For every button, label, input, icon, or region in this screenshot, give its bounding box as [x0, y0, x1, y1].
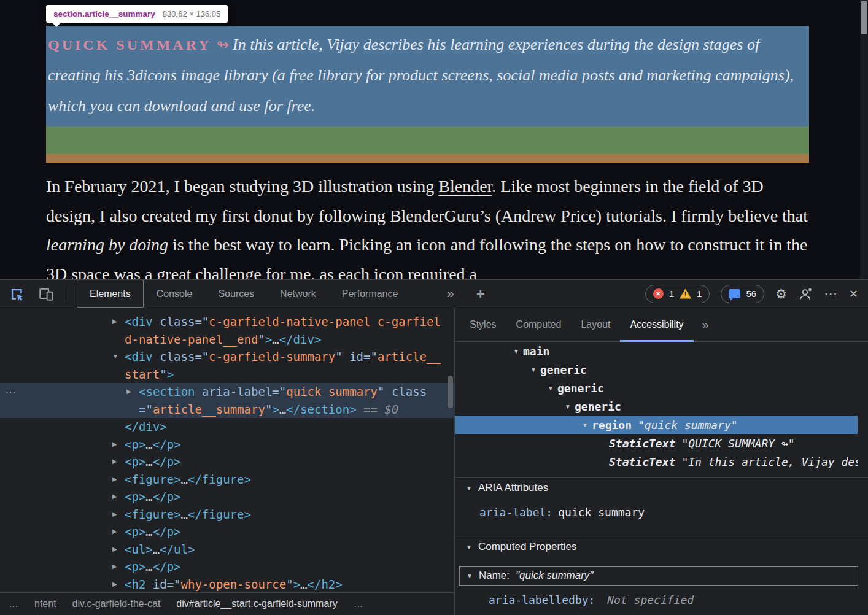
tab-console[interactable]: Console: [144, 280, 206, 308]
tab-network[interactable]: Network: [267, 280, 329, 308]
a11y-tree-node[interactable]: ▼generic: [455, 397, 858, 416]
dom-node[interactable]: …▶<section aria-label="quick summary" cl…: [0, 383, 454, 418]
article-link[interactable]: BlenderGuru: [390, 206, 479, 225]
computed-properties-header[interactable]: ▼ Computed Properties: [455, 536, 868, 557]
feedback-person-icon[interactable]: [798, 287, 813, 301]
dom-node[interactable]: ▼<div class="c-garfield-summary" id="art…: [0, 348, 454, 383]
code-token: [145, 578, 152, 591]
elements-sidebar: StylesComputedLayoutAccessibility» ▼main…: [455, 308, 868, 615]
a11y-tree-node[interactable]: StaticText"In this article, Vijay descri…: [455, 452, 858, 471]
code-token: …: [145, 525, 152, 538]
code-token: …: [272, 333, 279, 346]
aria-attribute-name: aria-label:: [479, 506, 552, 519]
node-menu-dots[interactable]: …: [5, 381, 16, 398]
collapse-arrow-icon[interactable]: ▼: [582, 422, 588, 428]
a11y-value: "quick summary": [638, 419, 738, 431]
expand-arrow-icon[interactable]: ▶: [126, 383, 136, 401]
name-label: Name:: [479, 570, 510, 582]
inspect-element-icon[interactable]: [9, 286, 25, 302]
a11y-tree-node[interactable]: ▼main: [455, 342, 858, 360]
tab-sources[interactable]: Sources: [205, 280, 267, 308]
breadcrumb-item[interactable]: div#article__start.c-garfield-summary: [176, 598, 337, 609]
a11y-tree-node[interactable]: ▼generic: [455, 360, 858, 379]
errors-warnings-badge[interactable]: ✕ 1 ! 1: [645, 285, 710, 303]
expand-arrow-icon[interactable]: ▶: [112, 313, 122, 331]
expand-arrow-icon[interactable]: ▶: [112, 576, 122, 593]
dom-node[interactable]: ▶<p>…</p>: [0, 558, 454, 576]
a11y-value: "In this article, Vijay describes: [681, 455, 858, 468]
collapse-arrow-icon[interactable]: ▼: [530, 366, 537, 373]
dom-node[interactable]: ▶<p>…</p>: [0, 436, 454, 454]
a11y-tree-node[interactable]: StaticText"QUICK SUMMARY ↬": [455, 434, 858, 452]
code-token: =": [195, 350, 209, 363]
device-toolbar-icon[interactable]: [38, 286, 54, 302]
dom-node[interactable]: ▶<ul>…</ul>: [0, 541, 454, 559]
aria-labelledby-name: aria-labelledby:: [489, 594, 595, 606]
code-token: </p>: [153, 438, 181, 451]
expand-arrow-icon[interactable]: ▶: [112, 471, 122, 489]
a11y-role: generic: [540, 363, 587, 376]
page-scrollbar-thumb[interactable]: [861, 1, 867, 34]
code-token: </figure>: [188, 473, 251, 486]
dom-node[interactable]: ▶<figure>…</figure>: [0, 471, 454, 489]
code-token: aria-label: [202, 385, 272, 398]
dom-node[interactable]: ▶<p>…</p>: [0, 523, 454, 541]
a11y-tree-node[interactable]: ▼region"quick summary": [455, 416, 858, 434]
dom-node[interactable]: ▶<div class="c-garfield-native-panel c-g…: [0, 313, 454, 348]
sidebar-tab-accessibility[interactable]: Accessibility: [620, 308, 693, 342]
code-token: </div>: [279, 333, 322, 346]
add-tab-icon[interactable]: +: [476, 285, 485, 303]
code-token: </figure>: [188, 508, 251, 521]
dom-node[interactable]: ▶<figure>…</figure>: [0, 506, 454, 524]
article-link[interactable]: created my first donut: [142, 206, 293, 225]
sidebar-tab-computed[interactable]: Computed: [506, 308, 572, 342]
dom-node[interactable]: ▶<p>…</p>: [0, 453, 454, 471]
tab-elements[interactable]: Elements: [77, 280, 144, 308]
code-token: c-garfield-summary: [209, 350, 335, 363]
expand-arrow-icon[interactable]: ▶: [112, 523, 122, 541]
dom-node[interactable]: ▶<p>…</p>: [0, 488, 454, 506]
article-link[interactable]: Blender: [438, 177, 492, 196]
collapse-arrow-icon[interactable]: ▼: [513, 348, 519, 355]
elements-scrollbar-thumb[interactable]: [448, 376, 453, 408]
sidebar-tab-layout[interactable]: Layout: [571, 308, 620, 342]
inspected-page: section.article__summary 830.62 × 136.05…: [0, 0, 868, 279]
dom-node[interactable]: </div>: [0, 418, 454, 436]
breadcrumb-item[interactable]: ntent: [34, 598, 56, 609]
breadcrumb-overflow-right[interactable]: …: [354, 598, 363, 609]
issues-badge[interactable]: 56: [721, 285, 764, 303]
warning-count: 1: [697, 288, 702, 299]
sidebar-more-tabs-icon[interactable]: »: [702, 318, 709, 332]
dom-node[interactable]: ▶<h2 id="why-open-source">…</h2>: [0, 576, 454, 593]
tab-performance[interactable]: Performance: [329, 280, 411, 308]
expand-arrow-icon[interactable]: ▶: [112, 436, 122, 454]
collapse-arrow-icon[interactable]: ▼: [565, 403, 571, 410]
expand-arrow-icon[interactable]: ▶: [112, 558, 122, 576]
issues-icon: [729, 289, 740, 298]
collapse-arrow-icon[interactable]: ▼: [548, 385, 554, 392]
a11y-role: StaticText: [609, 455, 675, 468]
sidebar-tab-styles[interactable]: Styles: [460, 308, 506, 342]
code-token: why-open-source: [181, 578, 287, 591]
breadcrumb-item[interactable]: div.c-garfield-the-cat: [72, 598, 161, 609]
close-devtools-icon[interactable]: ✕: [849, 287, 858, 301]
expand-arrow-icon[interactable]: ▶: [112, 453, 122, 471]
breadcrumb-overflow-left[interactable]: …: [9, 598, 18, 609]
code-token: <ul>: [125, 543, 153, 556]
a11y-tree-node[interactable]: ▼generic: [455, 379, 858, 397]
expand-arrow-icon[interactable]: ▶: [112, 541, 122, 559]
settings-gear-icon[interactable]: ⚙: [775, 287, 787, 301]
aria-attributes-header[interactable]: ▼ ARIA Attributes: [455, 478, 868, 498]
code-token: ": [286, 578, 293, 591]
collapse-arrow-icon[interactable]: ▼: [112, 348, 122, 366]
more-options-icon[interactable]: ⋯: [824, 286, 838, 302]
computed-name-row[interactable]: ▼ Name: "quick summary": [459, 566, 858, 586]
more-tabs-icon[interactable]: »: [446, 286, 454, 302]
code-token: =": [272, 385, 286, 398]
expand-arrow-icon[interactable]: ▶: [112, 488, 122, 506]
code-token: id: [349, 350, 363, 363]
page-scrollbar[interactable]: [860, 0, 868, 279]
expand-arrow-icon[interactable]: ▶: [112, 506, 122, 524]
devtools-toolbar: ElementsConsoleSourcesNetworkPerformance…: [0, 280, 868, 308]
aria-attributes-title: ARIA Attributes: [478, 482, 548, 494]
